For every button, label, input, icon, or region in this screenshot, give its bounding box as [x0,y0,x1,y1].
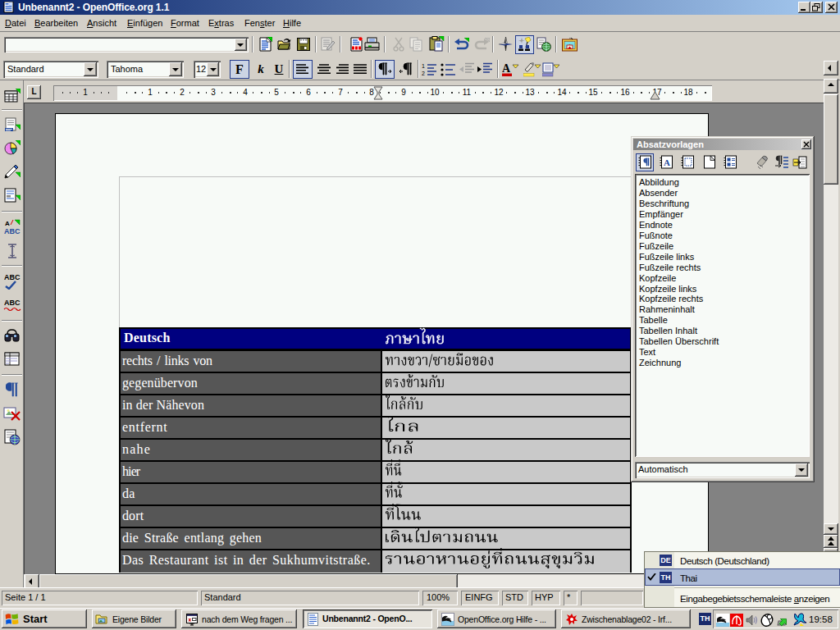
svg-text:ABC: ABC [4,273,21,281]
svg-text:2: 2 [422,71,425,76]
svg-text:ABC: ABC [4,227,21,235]
svg-text:A: A [664,158,670,167]
svg-text:A: A [5,220,10,227]
svg-text:ABC: ABC [4,299,21,307]
svg-text:A: A [502,62,511,75]
svg-text:1: 1 [422,63,425,69]
